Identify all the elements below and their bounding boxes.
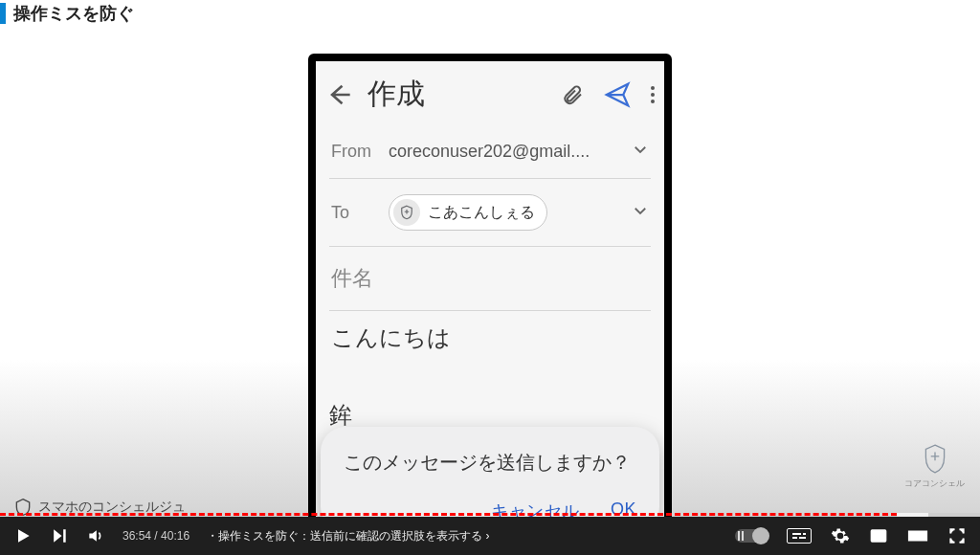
next-button[interactable] [50, 526, 69, 545]
svg-rect-0 [792, 537, 797, 539]
page-title-bar: 操作ミスを防ぐ [0, 0, 980, 25]
attach-icon[interactable] [561, 83, 584, 106]
svg-rect-1 [799, 537, 806, 539]
subtitles-button[interactable] [787, 528, 812, 544]
chapter-title[interactable]: ・操作ミスを防ぐ：送信前に確認の選択肢を表示する › [207, 528, 489, 544]
compose-title: 作成 [368, 75, 546, 114]
shield-avatar-icon [393, 199, 420, 226]
volume-button[interactable] [86, 526, 105, 545]
subject-placeholder: 件名 [331, 266, 373, 290]
from-value: coreconuser202@gmail.... [389, 142, 620, 162]
time-display: 36:54 / 40:16 [122, 529, 189, 543]
watermark-shield-icon [923, 443, 947, 474]
body-text: こんにちは [331, 324, 451, 350]
settings-button[interactable] [831, 526, 850, 545]
video-frame: 作成 From coreconuser202@gmail.... [0, 27, 980, 517]
watermark-right-text: コアコンシェル [904, 477, 965, 490]
miniplayer-button[interactable] [869, 526, 888, 545]
phone-mockup: 作成 From coreconuser202@gmail.... [308, 54, 672, 542]
send-icon[interactable] [603, 80, 632, 109]
title-accent [0, 3, 6, 24]
player-controls: 36:54 / 40:16 ・操作ミスを防ぐ：送信前に確認の選択肢を表示する › [0, 517, 980, 555]
chevron-right-icon: › [485, 529, 489, 543]
svg-rect-5 [879, 536, 884, 540]
from-label: From [331, 142, 377, 162]
compose-header: 作成 [316, 61, 664, 125]
more-menu-icon[interactable] [651, 86, 655, 103]
right-controls [735, 526, 967, 545]
fullscreen-button[interactable] [947, 526, 967, 545]
subject-field[interactable]: 件名 [316, 247, 664, 310]
dialog-message: このメッセージを送信しますか？ [344, 448, 636, 477]
to-field[interactable]: To こあこんしぇる [316, 179, 664, 246]
play-button[interactable] [13, 526, 33, 545]
compose-header-actions [561, 80, 655, 109]
page-title: 操作ミスを防ぐ [13, 2, 134, 25]
chevron-down-icon [632, 141, 649, 163]
email-body[interactable]: こんにちは [316, 311, 664, 353]
theater-button[interactable] [907, 526, 928, 545]
to-label: To [331, 203, 377, 223]
recipient-chip[interactable]: こあこんしぇる [389, 194, 547, 231]
recipient-name: こあこんしぇる [428, 203, 535, 223]
svg-rect-2 [792, 533, 801, 535]
autoplay-toggle[interactable] [735, 529, 768, 543]
svg-rect-6 [909, 531, 926, 540]
from-field[interactable]: From coreconuser202@gmail.... [316, 125, 664, 178]
watermark-right: コアコンシェル [904, 443, 965, 490]
back-arrow-icon[interactable] [325, 81, 352, 108]
svg-rect-3 [803, 533, 806, 535]
chevron-down-icon [632, 202, 649, 224]
